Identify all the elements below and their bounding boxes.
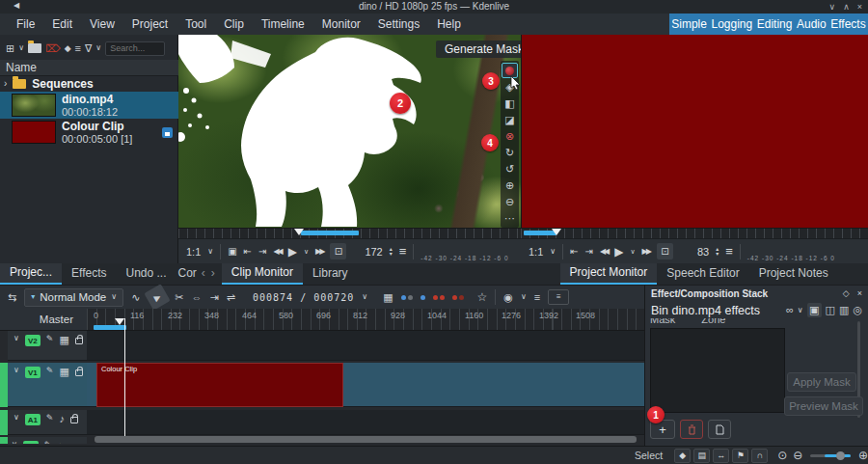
workspace-tab-audio[interactable]: Audio bbox=[797, 17, 827, 31]
mix-clips-icon[interactable]: ∿ bbox=[131, 292, 140, 303]
zone-out-icon[interactable]: ⇥ bbox=[258, 247, 266, 257]
position-spinner[interactable]: ▴▾ bbox=[716, 247, 719, 257]
rewind-icon[interactable]: ◀◀ bbox=[273, 248, 281, 256]
fit-zoom-icon[interactable]: ↔ bbox=[713, 449, 729, 463]
project-monitor-playhead[interactable] bbox=[552, 229, 561, 235]
show-keyframes-icon[interactable]: ▣ bbox=[807, 303, 822, 317]
monitor-position-value[interactable]: 172 bbox=[365, 246, 382, 258]
monitor-zoom-level[interactable]: 1:1 bbox=[529, 246, 543, 258]
snap-markers-icon[interactable] bbox=[452, 295, 464, 300]
tag-icon[interactable]: ◆ bbox=[65, 44, 71, 53]
collapse-track-icon[interactable]: ∨ bbox=[12, 441, 17, 444]
menu-view[interactable]: View bbox=[81, 14, 123, 35]
track-a2-active-indicator[interactable] bbox=[0, 437, 8, 444]
save-effect-icon[interactable]: ◫ bbox=[826, 305, 835, 315]
timeline-ruler[interactable]: 0 116 232 348 464 580 696 812 928 1044 1… bbox=[87, 309, 644, 331]
menu-settings[interactable]: Settings bbox=[369, 14, 428, 35]
minimize-button[interactable]: ∨ bbox=[829, 2, 836, 12]
discard-point-icon[interactable]: ⊗ bbox=[502, 128, 518, 144]
track-header-a2[interactable]: ∨ A2 ✎ ♪ bbox=[8, 437, 87, 444]
add-clip-icon[interactable]: ⊞ bbox=[6, 43, 14, 54]
collapse-track-icon[interactable]: ∨ bbox=[14, 414, 19, 422]
timeline-playhead-marker[interactable] bbox=[115, 318, 124, 325]
clip-monitor-video[interactable] bbox=[178, 35, 521, 228]
lock-track-icon[interactable] bbox=[75, 338, 83, 344]
bin-search-input[interactable] bbox=[105, 41, 165, 56]
monitor-menu-icon[interactable]: ≡ bbox=[725, 245, 733, 258]
favorite-effects-icon[interactable]: ☆ bbox=[477, 291, 488, 303]
chevron-down-icon[interactable]: ∨ bbox=[95, 44, 101, 52]
track-a1-area[interactable] bbox=[87, 410, 644, 435]
track-badge[interactable]: A1 bbox=[25, 414, 41, 425]
bin-clip-row-dino[interactable]: dino.mp4 00:00:18:12 bbox=[0, 92, 178, 119]
more-options-icon[interactable]: ⋯ bbox=[502, 210, 518, 226]
timeline-zoom-slider[interactable] bbox=[810, 454, 851, 457]
chevron-down-icon[interactable]: ∨ bbox=[521, 293, 527, 301]
menu-file[interactable]: File bbox=[8, 14, 43, 35]
collapse-track-icon[interactable]: ∨ bbox=[14, 367, 19, 374]
timeline-clip-colour[interactable]: Colour Clip bbox=[96, 363, 343, 407]
audio-thumbs-icon[interactable] bbox=[420, 295, 425, 300]
menu-clip[interactable]: Clip bbox=[215, 14, 253, 35]
clip-monitor-playhead[interactable] bbox=[294, 229, 304, 235]
tab-scroll-left-icon[interactable]: ‹ bbox=[199, 263, 208, 285]
delete-icon[interactable]: ⌦ bbox=[45, 43, 61, 54]
clip-monitor-ruler[interactable] bbox=[178, 228, 521, 238]
track-effects-icon[interactable]: ✎ bbox=[46, 367, 54, 375]
import-mask-button[interactable] bbox=[708, 420, 731, 439]
tab-effects[interactable]: Effects bbox=[62, 263, 116, 285]
zoom-fit-icon[interactable]: ⊙ bbox=[777, 450, 787, 461]
menu-edit[interactable]: Edit bbox=[43, 14, 81, 35]
speaker-icon[interactable]: ♪ bbox=[59, 414, 65, 424]
filter-icon[interactable]: ∇ bbox=[85, 43, 92, 54]
tab-scroll-right-icon[interactable]: › bbox=[208, 263, 218, 285]
spacer-tool-icon[interactable]: ⇔ bbox=[192, 292, 203, 303]
timeline-settings-icon[interactable]: ⇆ bbox=[8, 292, 16, 303]
tab-corrections[interactable]: Cor bbox=[176, 263, 199, 285]
zoom-in-icon[interactable]: ⊕ bbox=[858, 450, 868, 461]
zone-out-icon[interactable]: ⇥ bbox=[585, 247, 593, 257]
invert-mask-icon[interactable]: ◪ bbox=[502, 112, 518, 127]
menu-tool[interactable]: Tool bbox=[176, 14, 215, 35]
video-track-icon[interactable]: ▦ bbox=[59, 335, 68, 345]
tab-undo-history[interactable]: Undo ... bbox=[116, 263, 176, 285]
track-effects-icon[interactable]: ✎ bbox=[44, 441, 52, 444]
collapse-track-icon[interactable]: ∨ bbox=[14, 335, 19, 342]
slip-tool-icon[interactable]: ⇌ bbox=[227, 292, 235, 303]
track-effects-icon[interactable]: ✎ bbox=[46, 335, 54, 343]
show-effect-icon[interactable]: ◎ bbox=[853, 305, 862, 315]
show-thumbnails-icon[interactable]: ▤ bbox=[693, 449, 710, 463]
track-height-icon[interactable]: ≡ bbox=[548, 289, 569, 305]
chevron-down-icon[interactable]: ∨ bbox=[304, 248, 309, 255]
menu-project[interactable]: Project bbox=[123, 14, 176, 35]
selection-tool-icon[interactable]: ► bbox=[145, 284, 171, 310]
mask-list[interactable] bbox=[650, 328, 785, 413]
zone-crop-icon[interactable]: ⊡ bbox=[657, 243, 673, 259]
project-monitor-video[interactable] bbox=[521, 35, 868, 228]
workspace-tab-logging[interactable]: Logging bbox=[711, 17, 752, 31]
show-markers-icon[interactable] bbox=[433, 295, 445, 300]
menu-timeline[interactable]: Timeline bbox=[253, 14, 313, 35]
track-badge[interactable]: V2 bbox=[25, 335, 41, 346]
position-spinner[interactable]: ▴▾ bbox=[390, 247, 393, 257]
tab-speech-editor[interactable]: Speech Editor bbox=[657, 263, 748, 285]
chevron-down-icon[interactable]: ∨ bbox=[207, 248, 213, 256]
play-icon[interactable]: ▶ bbox=[288, 246, 297, 258]
preview-mask-button[interactable]: Preview Mask bbox=[784, 396, 863, 416]
use-timeline-zone-icon[interactable]: ◆ bbox=[674, 449, 691, 463]
track-a1-active-indicator[interactable] bbox=[0, 410, 8, 435]
zoom-slider-handle[interactable] bbox=[836, 451, 845, 460]
close-panel-icon[interactable]: × bbox=[857, 289, 862, 298]
monitor-position-value[interactable]: 83 bbox=[697, 246, 709, 258]
workspace-tab-simple[interactable]: Simple bbox=[671, 17, 707, 31]
workspace-tab-editing[interactable]: Editing bbox=[757, 17, 793, 31]
delete-mask-button[interactable] bbox=[680, 420, 703, 439]
menu-monitor[interactable]: Monitor bbox=[313, 14, 369, 35]
zone-crop-icon[interactable]: ⊡ bbox=[330, 243, 346, 259]
undo-icon[interactable]: ↺ bbox=[502, 161, 518, 177]
zone-in-icon[interactable]: ⇤ bbox=[244, 247, 252, 257]
master-track-label[interactable]: Master bbox=[0, 309, 87, 331]
tab-library[interactable]: Library bbox=[303, 263, 358, 285]
show-markers-comments-icon[interactable]: ⚑ bbox=[732, 449, 748, 463]
play-icon[interactable]: ▶ bbox=[614, 246, 623, 258]
